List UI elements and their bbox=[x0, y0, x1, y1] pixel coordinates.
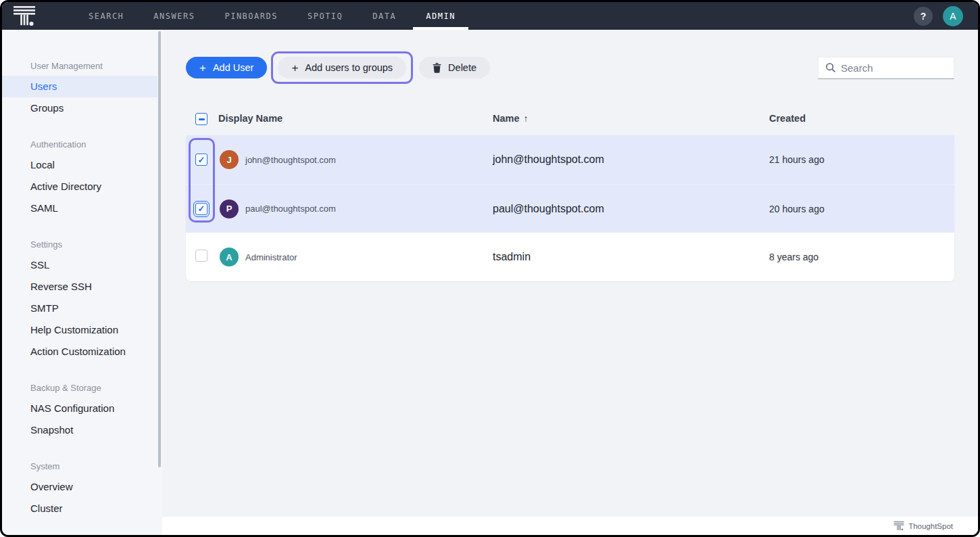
column-header-display-name[interactable]: Display Name bbox=[217, 113, 493, 124]
user-avatar[interactable]: A bbox=[943, 6, 963, 26]
sidebar-item-action-customization[interactable]: Action Customization bbox=[2, 341, 157, 363]
avatar: A bbox=[220, 248, 239, 266]
created-time: 21 hours ago bbox=[769, 154, 954, 165]
search-icon bbox=[825, 62, 836, 73]
add-users-to-groups-button[interactable]: + Add users to groups bbox=[278, 57, 406, 78]
nav-tab-answers[interactable]: ANSWERS bbox=[139, 2, 210, 30]
sidebar-item-active-directory[interactable]: Active Directory bbox=[2, 176, 157, 197]
delete-button[interactable]: Delete bbox=[419, 57, 490, 78]
sort-asc-icon: ↑ bbox=[524, 113, 529, 124]
user-name: john@thoughtspot.com bbox=[493, 154, 769, 166]
display-name: paul@thoughtspot.com bbox=[245, 204, 336, 214]
sidebar-item-cluster[interactable]: Cluster bbox=[2, 498, 157, 519]
nav-tab-data[interactable]: DATA bbox=[358, 2, 411, 30]
user-name: tsadmin bbox=[493, 251, 769, 263]
page-footer: ThoughtSpot bbox=[162, 517, 978, 535]
table-row[interactable]: A Administrator tsadmin 8 years ago bbox=[186, 233, 954, 281]
sidebar-item-saml[interactable]: SAML bbox=[2, 197, 157, 219]
add-user-button[interactable]: + Add User bbox=[186, 57, 267, 78]
help-icon[interactable]: ? bbox=[914, 7, 933, 26]
search-box bbox=[818, 57, 954, 79]
table-row[interactable]: ✓ P paul@thoughtspot.com paul@thoughtspo… bbox=[186, 184, 954, 233]
nav-tab-search[interactable]: SEARCH bbox=[74, 2, 139, 30]
plus-icon: + bbox=[199, 62, 206, 74]
users-toolbar: + Add User + Add users to groups bbox=[186, 51, 954, 84]
select-all-checkbox[interactable] bbox=[195, 113, 207, 125]
admin-sidebar: User Management Users Groups Authenticat… bbox=[2, 30, 157, 535]
display-name: john@thoughtspot.com bbox=[245, 155, 336, 165]
nav-tab-spotiq[interactable]: SPOTIQ bbox=[293, 2, 358, 30]
avatar: J bbox=[220, 150, 239, 169]
sidebar-item-smtp[interactable]: SMTP bbox=[2, 298, 157, 319]
sidebar-item-snapshot[interactable]: Snapshot bbox=[2, 419, 157, 441]
checkmark-icon: ✓ bbox=[198, 156, 205, 164]
add-user-label: Add User bbox=[213, 62, 253, 73]
main-panel: + Add User + Add users to groups bbox=[162, 30, 978, 535]
sidebar-section-settings: Settings SSL Reverse SSH SMTP Help Custo… bbox=[2, 235, 157, 363]
users-table: ✓ J john@thoughtspot.com john@thoughtspo… bbox=[186, 135, 954, 281]
sidebar-section-user-management: User Management Users Groups bbox=[2, 57, 157, 119]
sidebar-item-nas-configuration[interactable]: NAS Configuration bbox=[2, 398, 157, 419]
sidebar-item-users[interactable]: Users bbox=[2, 76, 157, 97]
checkmark-icon: ✓ bbox=[198, 204, 205, 213]
thoughtspot-logo-icon bbox=[13, 5, 36, 26]
sidebar-section-system: System Overview Cluster bbox=[2, 457, 157, 519]
sidebar-item-overview[interactable]: Overview bbox=[2, 476, 157, 498]
add-users-to-groups-label: Add users to groups bbox=[305, 62, 393, 73]
sidebar-section-header: Authentication bbox=[2, 135, 157, 154]
sidebar-item-reverse-ssh[interactable]: Reverse SSH bbox=[2, 276, 157, 298]
table-header: Display Name Name ↑ Created bbox=[186, 101, 954, 135]
thoughtspot-footer-logo-icon bbox=[893, 521, 904, 531]
avatar: P bbox=[220, 200, 239, 218]
sidebar-section-header: System bbox=[2, 457, 157, 476]
plus-icon: + bbox=[291, 62, 298, 74]
sidebar-item-groups[interactable]: Groups bbox=[2, 97, 157, 119]
app-window: SEARCH ANSWERS PINBOARDS SPOTIQ DATA ADM… bbox=[0, 0, 980, 537]
scrollbar-thumb[interactable] bbox=[158, 31, 161, 467]
sidebar-section-backup-storage: Backup & Storage NAS Configuration Snaps… bbox=[2, 379, 157, 441]
column-header-name-label: Name bbox=[493, 113, 520, 124]
user-name: paul@thoughtspot.com bbox=[493, 203, 769, 215]
row-checkbox[interactable] bbox=[195, 250, 207, 262]
sidebar-scrollbar bbox=[157, 30, 162, 535]
row-checkbox[interactable]: ✓ bbox=[195, 154, 207, 166]
row-checkbox[interactable]: ✓ bbox=[195, 203, 207, 215]
top-nav: SEARCH ANSWERS PINBOARDS SPOTIQ DATA ADM… bbox=[2, 2, 978, 30]
nav-right: ? A bbox=[914, 6, 963, 26]
created-time: 8 years ago bbox=[769, 252, 954, 262]
trash-icon bbox=[433, 63, 441, 73]
column-header-created[interactable]: Created bbox=[769, 113, 954, 124]
highlight-annotation: + Add users to groups bbox=[271, 51, 413, 84]
sidebar-item-help-customization[interactable]: Help Customization bbox=[2, 319, 157, 341]
nav-items: SEARCH ANSWERS PINBOARDS SPOTIQ DATA ADM… bbox=[74, 2, 470, 30]
sidebar-item-ssl[interactable]: SSL bbox=[2, 254, 157, 276]
sidebar-section-authentication: Authentication Local Active Directory SA… bbox=[2, 135, 157, 219]
sidebar-section-header: User Management bbox=[2, 57, 157, 76]
display-name: Administrator bbox=[245, 252, 297, 262]
footer-brand-label: ThoughtSpot bbox=[908, 522, 953, 530]
sidebar-section-header: Settings bbox=[2, 235, 157, 254]
table-row[interactable]: ✓ J john@thoughtspot.com john@thoughtspo… bbox=[186, 135, 954, 184]
column-header-name[interactable]: Name ↑ bbox=[493, 113, 769, 124]
sidebar-section-header: Backup & Storage bbox=[2, 379, 157, 398]
delete-label: Delete bbox=[448, 62, 476, 73]
sidebar-item-local[interactable]: Local bbox=[2, 154, 157, 176]
search-input[interactable] bbox=[841, 62, 947, 74]
nav-tab-pinboards[interactable]: PINBOARDS bbox=[210, 2, 293, 30]
nav-tab-admin[interactable]: ADMIN bbox=[411, 2, 470, 30]
app-frame: SEARCH ANSWERS PINBOARDS SPOTIQ DATA ADM… bbox=[2, 2, 978, 535]
created-time: 20 hours ago bbox=[769, 204, 954, 214]
